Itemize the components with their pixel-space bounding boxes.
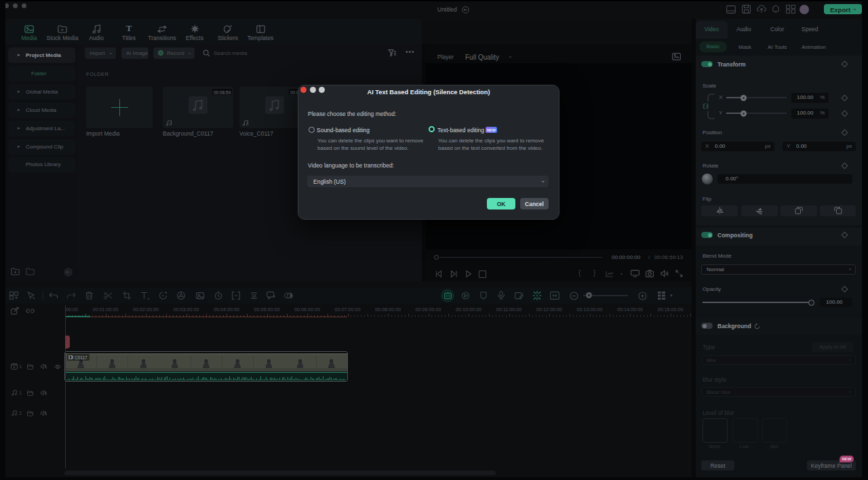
svg-text:00:02:00:00: 00:02:00:00 bbox=[133, 306, 159, 313]
svg-text:00:11:00:00: 00:11:00:00 bbox=[496, 306, 521, 313]
svg-text:00:06:00:00: 00:06:00:00 bbox=[294, 306, 320, 313]
svg-text:00:14:00:00: 00:14:00:00 bbox=[617, 306, 643, 313]
svg-text:C0117: C0117 bbox=[75, 355, 87, 360]
svg-text:00:12:00:00: 00:12:00:00 bbox=[536, 306, 562, 313]
svg-text:00:10:00:00: 00:10:00:00 bbox=[456, 306, 481, 313]
svg-text:00:00: 00:00 bbox=[66, 306, 78, 313]
svg-text:00:01:00:00: 00:01:00:00 bbox=[93, 306, 119, 313]
svg-text:00:03:00:00: 00:03:00:00 bbox=[174, 306, 199, 313]
svg-text:00:13:00:00: 00:13:00:00 bbox=[577, 306, 603, 313]
svg-text:00:07:00:00: 00:07:00:00 bbox=[335, 306, 361, 313]
svg-text:00:09:00:00: 00:09:00:00 bbox=[416, 306, 441, 313]
svg-text:00:05:00:00: 00:05:00:00 bbox=[254, 306, 280, 313]
svg-text:00:15:00:00: 00:15:00:00 bbox=[658, 306, 684, 313]
svg-text:00:08:00:00: 00:08:00:00 bbox=[375, 306, 401, 313]
svg-text:00:04:00:00: 00:04:00:00 bbox=[214, 306, 239, 313]
